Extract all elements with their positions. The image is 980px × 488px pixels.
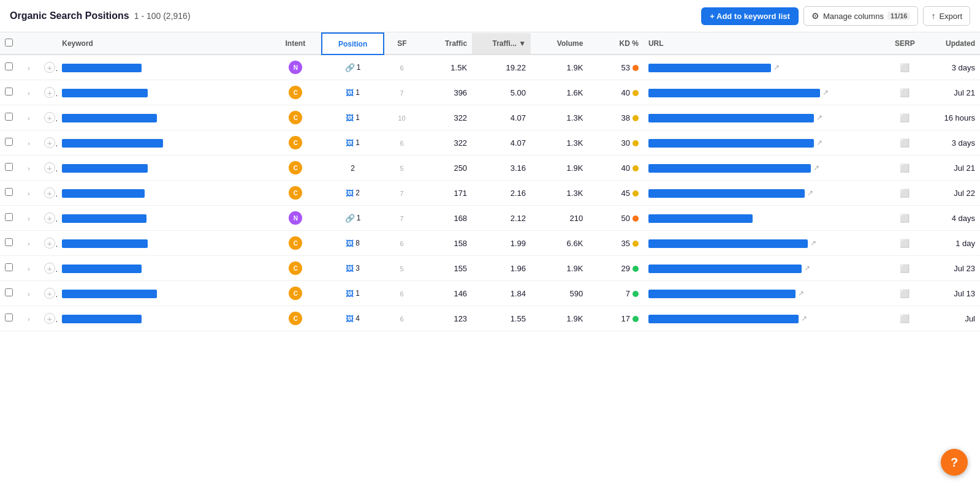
expand-button[interactable]: › <box>28 140 29 147</box>
serp-icon[interactable]: ⬜ <box>900 239 910 248</box>
kd-cell: 53 <box>588 54 644 80</box>
position-value: 🖼 1 <box>346 289 360 298</box>
expand-button[interactable]: › <box>28 291 29 298</box>
serp-icon[interactable]: ⬜ <box>900 289 910 298</box>
row-checkbox[interactable] <box>5 88 13 96</box>
external-link-icon[interactable]: ↗ <box>807 189 813 197</box>
serp-icon[interactable]: ⬜ <box>900 264 910 273</box>
row-checkbox[interactable] <box>5 138 13 146</box>
serp-icon[interactable]: ⬜ <box>900 88 910 97</box>
position-value: 🔗 1 <box>345 63 361 72</box>
header-sf[interactable]: SF <box>384 33 420 54</box>
kd-cell: 7 <box>588 281 644 306</box>
row-checkbox[interactable] <box>5 213 13 221</box>
expand-button[interactable]: › <box>28 115 29 122</box>
serp-icon[interactable]: ⬜ <box>900 189 910 198</box>
external-link-icon[interactable]: ↗ <box>822 88 829 97</box>
traffic-cell: 146 <box>420 281 472 306</box>
header-intent[interactable]: Intent <box>270 33 322 54</box>
add-to-list-button[interactable]: + <box>44 313 55 324</box>
sf-value: 6 <box>400 240 403 247</box>
expand-button[interactable]: › <box>28 266 29 272</box>
row-checkbox[interactable] <box>5 313 13 321</box>
external-link-icon[interactable]: ↗ <box>816 113 822 122</box>
serp-icon[interactable]: ⬜ <box>900 113 910 122</box>
expand-button[interactable]: › <box>28 316 29 323</box>
keyword-cell <box>57 231 269 256</box>
link-icon: 🔗 <box>345 214 355 223</box>
header-position[interactable]: Position <box>322 33 384 54</box>
expand-button[interactable]: › <box>28 216 29 222</box>
expand-button[interactable]: › <box>28 65 29 72</box>
kd-cell: 50 <box>588 206 644 231</box>
url-cell: ↗ <box>644 156 889 181</box>
row-checkbox[interactable] <box>5 188 13 196</box>
table-row: ›+C🖼 173965.001.6K40 ↗⬜Jul 21 <box>0 80 980 105</box>
expand-cell: › <box>23 105 39 130</box>
expand-cell: › <box>23 306 39 331</box>
external-link-icon[interactable]: ↗ <box>801 314 807 323</box>
external-link-icon[interactable]: ↗ <box>798 289 804 298</box>
select-all-checkbox[interactable] <box>5 39 13 47</box>
export-button[interactable]: ↑ Export <box>923 6 970 26</box>
add-to-list-button[interactable]: + <box>44 162 55 173</box>
header-updated[interactable]: Updated <box>921 33 980 54</box>
add-to-keyword-list-button[interactable]: + Add to keyword list <box>701 7 799 25</box>
volume-value: 1.3K <box>567 189 583 198</box>
expand-button[interactable]: › <box>28 165 29 172</box>
external-link-icon[interactable]: ↗ <box>810 239 816 247</box>
add-to-list-button[interactable]: + <box>44 87 55 98</box>
external-link-icon[interactable]: ↗ <box>816 138 822 147</box>
add-to-list-button[interactable]: + <box>44 212 55 223</box>
add-to-list-button[interactable]: + <box>44 112 55 123</box>
row-checkbox[interactable] <box>5 163 13 171</box>
table-row: ›+C252503.161.9K40 ↗⬜Jul 21 <box>0 156 980 181</box>
row-checkbox[interactable] <box>5 62 13 70</box>
position-cell: 🖼 3 <box>322 256 384 281</box>
row-checkbox[interactable] <box>5 238 13 246</box>
serp-cell: ⬜ <box>889 231 921 256</box>
sf-cell: 7 <box>384 80 420 105</box>
sf-value: 6 <box>400 290 403 298</box>
add-cell: + <box>39 80 57 105</box>
header-serp[interactable]: SERP <box>889 33 921 54</box>
serp-icon[interactable]: ⬜ <box>900 314 910 323</box>
volume-cell: 210 <box>531 206 588 231</box>
add-to-list-button[interactable]: + <box>44 288 55 299</box>
serp-icon[interactable]: ⬜ <box>900 63 910 72</box>
header-kd[interactable]: KD % <box>588 33 644 54</box>
intent-badge: C <box>289 86 302 99</box>
header-traffic-pct[interactable]: Traffi... ▼ <box>472 33 531 54</box>
updated-value: 16 hours <box>944 113 975 122</box>
kd-indicator <box>632 266 639 272</box>
external-link-icon[interactable]: ↗ <box>813 163 819 172</box>
expand-button[interactable]: › <box>28 90 29 97</box>
external-link-icon[interactable]: ↗ <box>773 63 780 72</box>
serp-cell: ⬜ <box>889 105 921 130</box>
manage-columns-button[interactable]: ⚙ Manage columns 11/16 <box>803 6 919 26</box>
table-row: ›+C🖼 861581.996.6K35 ↗⬜1 day <box>0 231 980 256</box>
sf-cell: 5 <box>384 256 420 281</box>
serp-icon[interactable]: ⬜ <box>900 214 910 223</box>
traffic-value: 322 <box>454 138 467 148</box>
add-to-list-button[interactable]: + <box>44 62 55 73</box>
row-checkbox-cell <box>0 281 23 306</box>
add-to-list-button[interactable]: + <box>44 187 55 198</box>
add-to-list-button[interactable]: + <box>44 238 55 249</box>
header-traffic[interactable]: Traffic <box>420 33 472 54</box>
row-checkbox[interactable] <box>5 263 13 271</box>
external-link-icon[interactable]: ↗ <box>804 264 810 272</box>
position-cell: 🔗 1 <box>322 54 384 80</box>
row-checkbox[interactable] <box>5 113 13 121</box>
row-checkbox[interactable] <box>5 288 13 296</box>
expand-button[interactable]: › <box>28 241 29 247</box>
row-checkbox-cell <box>0 231 23 256</box>
image-icon: 🖼 <box>346 138 354 148</box>
serp-icon[interactable]: ⬜ <box>900 163 910 173</box>
add-to-list-button[interactable]: + <box>44 137 55 148</box>
add-to-list-button[interactable]: + <box>44 263 55 274</box>
serp-icon[interactable]: ⬜ <box>900 138 910 148</box>
expand-button[interactable]: › <box>28 190 29 197</box>
header-volume[interactable]: Volume <box>531 33 588 54</box>
kd-indicator <box>632 316 639 322</box>
